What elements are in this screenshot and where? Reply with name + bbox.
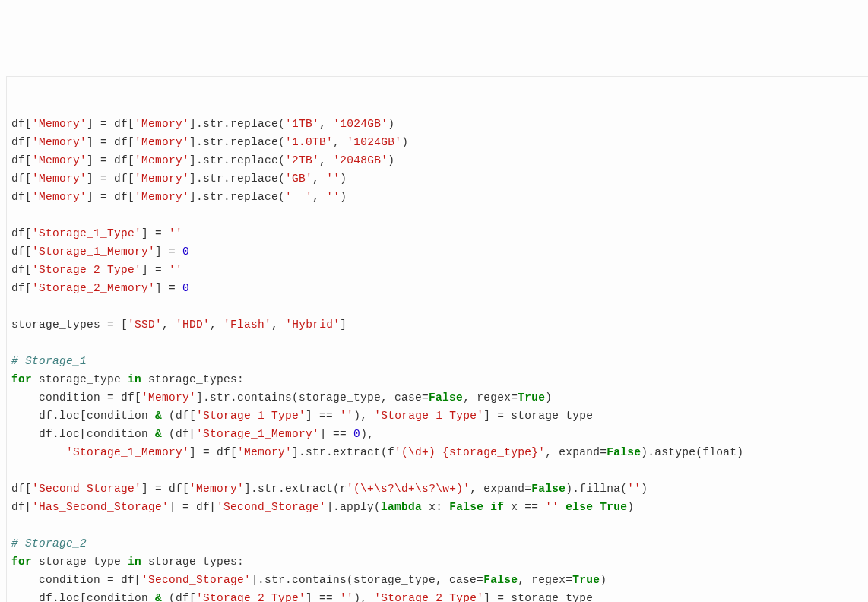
token-plain: ].str.extract(r xyxy=(244,483,347,495)
code-line: df['Memory'] = df['Memory'].str.replace(… xyxy=(11,151,868,170)
token-plain xyxy=(593,501,600,513)
code-block: df['Memory'] = df['Memory'].str.replace(… xyxy=(6,76,868,602)
token-plain: df[ xyxy=(11,246,32,258)
token-plain: ) xyxy=(401,136,408,148)
code-line: df['Storage_1_Type'] = '' xyxy=(11,224,868,242)
token-plain: , xyxy=(210,318,223,331)
token-str: 'Second_Storage' xyxy=(141,574,251,586)
token-plain: df.loc[condition xyxy=(11,592,155,602)
token-cmt: # Storage_1 xyxy=(11,355,87,367)
token-plain: storage_types: xyxy=(141,373,244,385)
token-plain: ] = xyxy=(141,264,169,276)
token-str: 'Storage_1_Type' xyxy=(32,227,141,239)
token-bool: True xyxy=(600,501,627,513)
token-plain: ) xyxy=(641,483,648,495)
token-plain: storage_types: xyxy=(141,556,244,568)
token-plain: (df[ xyxy=(162,410,196,422)
token-plain: ] = storage_type xyxy=(483,410,593,422)
token-op: & xyxy=(155,428,162,440)
token-str: '1024GB' xyxy=(347,136,401,148)
token-plain: ) xyxy=(627,501,634,513)
token-kw: for xyxy=(11,556,32,568)
code-line: df.loc[condition & (df['Storage_2_Type']… xyxy=(11,589,868,602)
token-plain: ].apply( xyxy=(326,501,381,513)
token-plain: condition = df[ xyxy=(11,391,141,404)
token-plain: condition = df[ xyxy=(11,574,141,586)
code-line: df.loc[condition & (df['Storage_1_Type']… xyxy=(11,407,868,425)
token-plain: (df[ xyxy=(162,428,196,440)
token-plain: ] = df[ xyxy=(87,118,135,130)
code-line: df['Has_Second_Storage'] = df['Second_St… xyxy=(11,498,868,516)
token-plain: , expand= xyxy=(470,483,531,495)
token-num: 0 xyxy=(353,428,360,440)
token-str: 'Storage_2_Memory' xyxy=(32,282,155,294)
token-str: 'GB' xyxy=(285,173,312,185)
token-plain: df[ xyxy=(11,501,32,513)
token-str: '' xyxy=(326,173,340,185)
token-kw: for xyxy=(11,373,32,385)
token-str: '' xyxy=(340,410,353,422)
token-plain: df.loc[condition xyxy=(11,410,155,422)
token-plain: ] = xyxy=(155,282,182,294)
token-plain: ), xyxy=(360,428,374,440)
token-str: 'Storage_2_Type' xyxy=(374,592,483,602)
token-num: 0 xyxy=(182,282,189,294)
token-str: '' xyxy=(326,191,340,203)
token-str: 'Memory' xyxy=(237,446,292,458)
token-str: '' xyxy=(545,501,559,513)
token-str: '1TB' xyxy=(285,118,319,130)
token-plain: ] == xyxy=(306,410,340,422)
token-str: '' xyxy=(169,227,182,239)
token-plain: ].str.contains(storage_type, case= xyxy=(196,391,429,404)
token-plain: storage_type xyxy=(32,556,128,568)
token-str: 'Memory' xyxy=(32,118,87,130)
token-str: 'Memory' xyxy=(135,191,189,203)
token-bool: False xyxy=(449,501,483,513)
token-plain: ] = df[ xyxy=(189,446,237,458)
token-plain: , regex= xyxy=(518,574,572,586)
token-plain: ].str.replace( xyxy=(189,173,285,185)
token-str: 'Storage_1_Memory' xyxy=(66,446,189,458)
token-plain: ] xyxy=(340,318,347,331)
token-plain: ].str.replace( xyxy=(189,154,285,166)
token-plain: df[ xyxy=(11,227,32,239)
code-line: df['Storage_2_Type'] = '' xyxy=(11,261,868,279)
token-kw: else xyxy=(565,501,593,513)
token-plain: df[ xyxy=(11,118,32,130)
token-str: 'SSD' xyxy=(128,318,162,331)
token-str: '' xyxy=(340,592,353,602)
token-plain: ] = xyxy=(155,246,182,258)
token-plain: ) xyxy=(600,574,607,586)
token-plain: ).astype(float) xyxy=(641,446,743,458)
token-plain: df[ xyxy=(11,154,32,166)
token-plain: x: xyxy=(422,501,449,513)
token-plain: storage_types = [ xyxy=(11,318,128,331)
token-plain: x == xyxy=(504,501,545,513)
token-str: 'Storage_1_Type' xyxy=(196,410,306,422)
code-line xyxy=(11,334,868,352)
token-plain: df[ xyxy=(11,264,32,276)
token-bool: False xyxy=(483,574,518,586)
token-plain: ].str.contains(storage_type, case= xyxy=(251,574,483,586)
token-plain: , xyxy=(319,154,333,166)
code-line: df['Memory'] = df['Memory'].str.replace(… xyxy=(11,115,868,133)
token-str: 'Memory' xyxy=(135,173,189,185)
token-plain xyxy=(559,501,565,513)
token-plain: ) xyxy=(340,191,347,203)
token-kw: lambda xyxy=(381,501,422,513)
token-plain: ] = df[ xyxy=(169,501,217,513)
code-line: df['Second_Storage'] = df['Memory'].str.… xyxy=(11,480,868,498)
code-line xyxy=(11,461,868,480)
token-bool: True xyxy=(518,391,545,404)
token-str: '' xyxy=(169,264,182,276)
token-str: 'Memory' xyxy=(135,136,189,148)
token-str: ' ' xyxy=(285,191,312,203)
token-plain: ] = df[ xyxy=(87,136,135,148)
code-line xyxy=(11,206,868,224)
token-str: 'Hybrid' xyxy=(285,318,340,331)
token-str: '2TB' xyxy=(285,154,319,166)
token-plain xyxy=(483,501,490,513)
code-line: df['Memory'] = df['Memory'].str.replace(… xyxy=(11,188,868,206)
token-str: '1.0TB' xyxy=(285,136,333,148)
token-plain: df[ xyxy=(11,483,32,495)
